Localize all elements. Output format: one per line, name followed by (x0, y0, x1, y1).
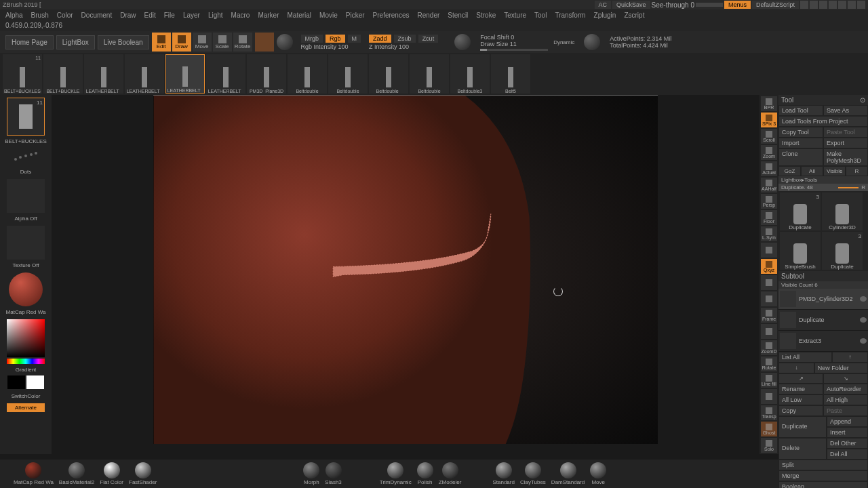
shelf-btn9[interactable] (761, 243, 777, 258)
dynamic-btn[interactable]: Dynamic (553, 39, 574, 45)
r-btn[interactable]: R (846, 166, 868, 176)
shelf-actual[interactable]: Actual (761, 161, 777, 176)
brush-preview2[interactable] (584, 34, 600, 50)
draw-mode[interactable]: Draw (172, 33, 191, 52)
close-icon[interactable] (857, 1, 865, 9)
menu-stencil[interactable]: Stencil (445, 12, 471, 19)
eye-icon[interactable] (860, 317, 867, 323)
menu-render[interactable]: Render (415, 12, 443, 19)
menu-draw[interactable]: Draw (117, 12, 138, 19)
eye-icon[interactable] (860, 296, 867, 302)
material-preview[interactable] (9, 272, 43, 306)
stroke-dots[interactable] (7, 146, 45, 166)
zsub-btn[interactable]: Zsub (394, 35, 416, 43)
all low-btn[interactable]: All Low (778, 394, 823, 405)
eye-icon[interactable] (860, 338, 867, 344)
menu-zplugin[interactable]: Zplugin (591, 12, 619, 19)
basicmaterial2[interactable]: BasicMaterial2 (59, 462, 94, 485)
load-tools-from-project-btn[interactable]: Load Tools From Project (778, 116, 868, 127)
lightbox-btn[interactable]: LightBox (56, 35, 95, 49)
delother-btn[interactable]: Del Other (827, 438, 868, 449)
up-icon[interactable]: ↑ (832, 352, 868, 363)
slash3[interactable]: Slash3 (325, 462, 341, 485)
fastshader[interactable]: FastShader (129, 462, 157, 485)
home-btn[interactable]: Home Page (5, 35, 54, 49)
thumbnail-item[interactable]: Beltdouble (288, 54, 327, 94)
visible-btn[interactable]: Visible (823, 166, 846, 176)
thumbnail-item[interactable]: Beltdouble (328, 54, 368, 94)
morph[interactable]: Morph (303, 462, 319, 485)
shelf-solo[interactable]: Solo (761, 438, 777, 453)
subtool-item[interactable]: Duplicate (778, 310, 868, 330)
alpha-slot[interactable] (7, 179, 45, 213)
window-icon[interactable] (800, 1, 808, 9)
menus-btn[interactable]: Menus (724, 1, 751, 9)
shelf-zoomd[interactable]: ZoomD (761, 340, 777, 355)
z-intensity[interactable]: Z Intensity 100 (369, 43, 438, 50)
shelf-l.sym[interactable]: L.Sym (761, 226, 777, 241)
tool-simplebrush[interactable]: SimpleBrush (780, 232, 821, 270)
color-picker[interactable] (7, 319, 45, 357)
damstandard[interactable]: DamStandard (551, 462, 585, 485)
menu-material[interactable]: Material (285, 12, 315, 19)
thumbnail-item[interactable]: LEATHERBELT_ (206, 54, 245, 94)
shelf-zoom[interactable]: Zoom (761, 145, 777, 160)
visible-count[interactable]: Visible Count 6 (778, 281, 868, 289)
duplicate-slider[interactable]: Duplicate. 48 (781, 184, 835, 190)
shelf-bpr[interactable]: BPR (761, 96, 777, 111)
shelf-persp[interactable]: Persp (761, 194, 777, 209)
zcut-btn[interactable]: Zcut (418, 35, 439, 43)
swatch-white[interactable] (26, 375, 44, 389)
menu-picker[interactable]: Picker (343, 12, 368, 19)
shelf-line fill[interactable]: Line fill (761, 373, 777, 388)
lightbox-tools-btn[interactable]: Lightbox▸Tools (778, 176, 868, 184)
brush-preview[interactable] (255, 33, 274, 52)
matcap-red-wa[interactable]: MatCap Red Wa (14, 462, 54, 485)
move[interactable]: Move (590, 462, 606, 485)
viewport[interactable] (52, 95, 760, 454)
shelf-rotate[interactable]: Rotate (761, 357, 777, 371)
gradient-preview[interactable] (277, 34, 293, 50)
shelf-scroll[interactable]: Scroll (761, 129, 777, 144)
move-mode[interactable]: Move (193, 33, 212, 52)
shelf-btn18[interactable] (761, 389, 777, 404)
flat-color[interactable]: Flat Color (100, 462, 123, 485)
paste-tool-btn[interactable]: Paste Tool (823, 127, 868, 138)
menu-color[interactable]: Color (54, 12, 76, 19)
swatch-black[interactable] (7, 375, 25, 389)
newfolder-btn[interactable]: New Folder (814, 363, 868, 373)
thumbnail-item[interactable]: BELT+BUCKLE (43, 54, 83, 94)
menu-zscript[interactable]: Zscript (621, 12, 647, 19)
import-btn[interactable]: Import (778, 138, 823, 148)
thumbnail-item[interactable]: Beltdouble3 (450, 54, 490, 94)
thumbnail-item[interactable]: Beltdouble_ (369, 54, 408, 94)
menu-layer[interactable]: Layer (180, 12, 203, 19)
menu-preferences[interactable]: Preferences (370, 12, 412, 19)
minimize-icon[interactable] (838, 1, 846, 9)
clone-btn[interactable]: Clone (778, 148, 823, 166)
r-btn[interactable]: R (861, 184, 865, 190)
brush-thumbnail[interactable]: 11 (7, 98, 45, 136)
rename-btn[interactable]: Rename (778, 384, 823, 394)
tool-duplicate[interactable]: 3Duplicate (822, 232, 863, 270)
append-btn[interactable]: Append (827, 416, 868, 427)
edit-mode[interactable]: Edit (152, 33, 171, 52)
subtool-item[interactable]: PM3D_Cylinder3D2 (778, 289, 868, 309)
window-icon[interactable] (819, 1, 827, 9)
zadd-btn[interactable]: Zadd (369, 35, 391, 43)
gradient-label[interactable]: Gradient (16, 367, 37, 373)
load-tool-btn[interactable]: Load Tool (778, 105, 823, 116)
defaultzscript-btn[interactable]: DefaultZScript (752, 1, 799, 9)
thumbnail-item[interactable]: LEATHERBELT_ (125, 54, 164, 94)
m-btn[interactable]: M (348, 35, 361, 43)
tool-cylinder3d[interactable]: Cylinder3D (822, 192, 863, 230)
paste-btn[interactable]: Paste (823, 405, 868, 416)
shelf-transp[interactable]: Transp (761, 405, 777, 420)
maximize-icon[interactable] (848, 1, 856, 9)
tool-header[interactable]: Tool⊙ (778, 95, 868, 105)
standard[interactable]: Standard (492, 462, 514, 485)
thumbnail-item[interactable]: LEATHERBELT_ (84, 54, 123, 94)
menu-transform[interactable]: Transform (552, 12, 588, 19)
draw-size[interactable]: Draw Size 11 (480, 41, 548, 47)
window-icon[interactable] (810, 1, 818, 9)
